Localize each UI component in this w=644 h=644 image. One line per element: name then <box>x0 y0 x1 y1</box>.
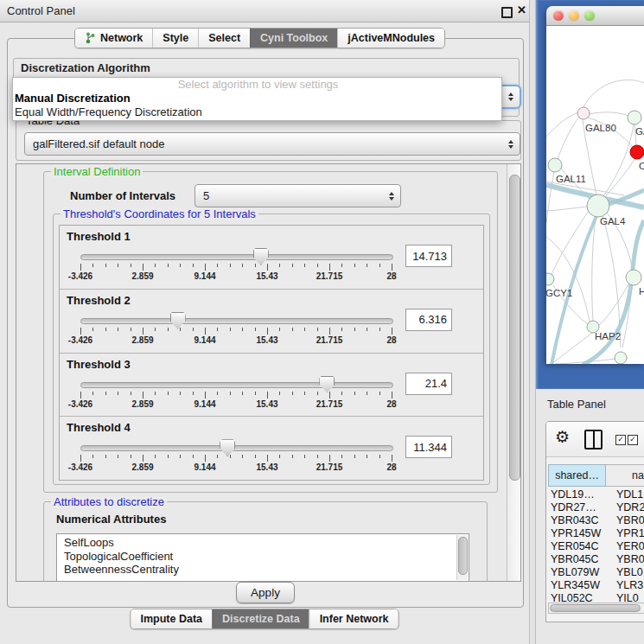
tab-network[interactable]: Network <box>75 29 152 48</box>
combo-stepper-icon <box>389 192 394 201</box>
slider-tick-label: 21.715 <box>316 271 343 281</box>
network-node-gal80[interactable] <box>577 107 590 119</box>
table-row[interactable]: YLR345WYLR3 <box>548 579 644 592</box>
slider-tick <box>131 264 131 267</box>
settings-scrollpane: Interval Definition Number of Intervals … <box>16 163 521 582</box>
cell-name: YPR1 <box>613 527 644 540</box>
dropdown-item-equal-width[interactable]: Equal Width/Frequency Discretization <box>13 105 501 119</box>
threshold-value-field[interactable]: 11.344 <box>405 436 452 458</box>
slider-tick <box>118 455 118 458</box>
slider-tick-label: 28 <box>386 462 396 472</box>
slider-track[interactable] <box>80 318 393 324</box>
table-row[interactable]: YPR145WYPR1 <box>548 527 644 540</box>
slider-tick <box>180 392 181 395</box>
table-row[interactable]: YBL079WYBL0 <box>548 566 644 579</box>
slider-tick <box>80 392 81 399</box>
slider-tick <box>193 328 194 331</box>
mode-tab-discretize-data[interactable]: Discretize Data <box>212 609 309 628</box>
network-node-label: GA <box>635 126 644 137</box>
attribute-list-item[interactable]: BetweennessCentrality <box>64 563 469 577</box>
network-window-titlebar[interactable] <box>546 6 644 26</box>
numerical-attributes-list[interactable]: SelfLoopsTopologicalCoefficientBetweenne… <box>56 533 469 582</box>
tab-style[interactable]: Style <box>152 29 198 48</box>
slider-tick <box>267 455 268 462</box>
table-row[interactable]: YBR045CYBR0 <box>548 553 644 566</box>
table-row[interactable]: YBR043CYBR0 <box>548 514 644 527</box>
slider-tick-label: 21.715 <box>316 399 343 409</box>
slider-track[interactable] <box>80 254 393 260</box>
mode-tab-infer-network[interactable]: Infer Network <box>309 609 399 628</box>
close-icon[interactable]: ✕ <box>517 3 526 16</box>
network-node-ga[interactable] <box>628 111 641 124</box>
slider-tick <box>304 264 305 267</box>
scrollbar-thumb[interactable] <box>509 175 520 481</box>
dropdown-item-manual-discretization[interactable]: Manual Discretization <box>13 92 501 105</box>
scrollbar-thumb[interactable] <box>458 537 468 575</box>
cell-shared-name: YDL19… <box>548 488 613 501</box>
network-node-h[interactable] <box>626 270 641 285</box>
scrollbar-thumb[interactable] <box>550 604 641 612</box>
network-window: GAL80GACGAL11GAL4GCY1HHAP2 <box>546 6 644 364</box>
checkbox-icon[interactable]: ✓ <box>615 435 626 445</box>
zoom-traffic-light-icon[interactable] <box>584 10 595 21</box>
network-node-gal4[interactable] <box>587 194 609 217</box>
minimize-traffic-light-icon[interactable] <box>569 10 579 21</box>
network-canvas[interactable]: GAL80GACGAL11GAL4GCY1HHAP2 <box>546 26 644 364</box>
slider-tick <box>267 264 268 271</box>
window-title: Control Panel <box>7 4 75 17</box>
tab-select[interactable]: Select <box>198 29 250 48</box>
mode-tab-label: Impute Data <box>140 609 202 628</box>
checkbox-icon[interactable]: ✓ <box>628 435 638 445</box>
thresholds-title: Threshold's Coordinates for 5 Intervals <box>61 207 258 220</box>
slider-thumb[interactable] <box>319 376 335 393</box>
table-row[interactable]: YDR27…YDR2 <box>548 501 644 514</box>
table-horizontal-scrollbar[interactable] <box>548 603 644 614</box>
column-header-shared-name[interactable]: shared… <box>548 464 606 487</box>
dropdown-placeholder-item[interactable]: Select algorithm to view settings <box>13 78 501 92</box>
combo-stepper-icon <box>508 140 513 149</box>
slider-tick-label: 2.859 <box>131 335 153 345</box>
apply-button[interactable]: Apply <box>236 582 295 603</box>
table-header-row: shared… na <box>548 464 644 487</box>
gear-icon[interactable]: ⚙ <box>555 429 570 445</box>
network-edge <box>589 112 628 116</box>
table-data-combobox[interactable]: galFiltered.sif default node <box>24 132 520 156</box>
slider-tick <box>279 392 280 395</box>
slider-thumb[interactable] <box>170 312 186 329</box>
network-node-gcy1[interactable] <box>546 273 554 285</box>
threshold-row: Threshold 4-3.4262.8599.14415.4321.71528… <box>60 416 483 480</box>
attributes-list-scrollbar[interactable] <box>456 535 468 580</box>
attribute-list-item[interactable]: TopologicalCoefficient <box>64 550 469 564</box>
float-window-icon[interactable] <box>501 7 513 18</box>
slider-track[interactable] <box>80 382 393 388</box>
slider-tick <box>118 392 118 395</box>
slider-tick <box>379 328 380 331</box>
network-node[interactable] <box>615 352 627 364</box>
number-of-intervals-combobox[interactable]: 5 <box>194 184 401 207</box>
slider-track[interactable] <box>80 445 393 451</box>
tab-cyni-toolbox[interactable]: Cyni Toolbox <box>250 29 337 48</box>
split-columns-icon[interactable] <box>584 430 603 450</box>
column-header-name[interactable]: na <box>606 464 644 487</box>
mode-tab-impute-data[interactable]: Impute Data <box>131 609 212 628</box>
network-node-c[interactable] <box>630 145 644 159</box>
slider-thumb[interactable] <box>220 439 235 456</box>
threshold-value-field[interactable]: 6.316 <box>405 309 452 331</box>
panel-divider[interactable] <box>529 0 536 644</box>
table-row[interactable]: YER054CYER0 <box>548 540 644 553</box>
network-edge <box>603 124 634 196</box>
table-row[interactable]: YDL19…YDL1 <box>548 488 644 501</box>
attribute-list-item[interactable]: SelfLoops <box>64 536 469 550</box>
network-node-label: GCY1 <box>546 288 572 298</box>
tab-label: Style <box>163 29 188 48</box>
slider-tick-label: 9.144 <box>194 335 215 345</box>
network-node-gal11[interactable] <box>548 158 562 172</box>
slider-tick <box>329 455 330 462</box>
threshold-value-field[interactable]: 14.713 <box>405 245 452 267</box>
threshold-value-field[interactable]: 21.4 <box>405 373 452 395</box>
slider-thumb[interactable] <box>253 248 269 265</box>
close-traffic-light-icon[interactable] <box>553 10 564 21</box>
slider-tick <box>279 455 280 458</box>
settings-vertical-scrollbar[interactable] <box>507 164 520 581</box>
tab-jactivemnodules[interactable]: jActiveMNodules <box>337 29 444 48</box>
